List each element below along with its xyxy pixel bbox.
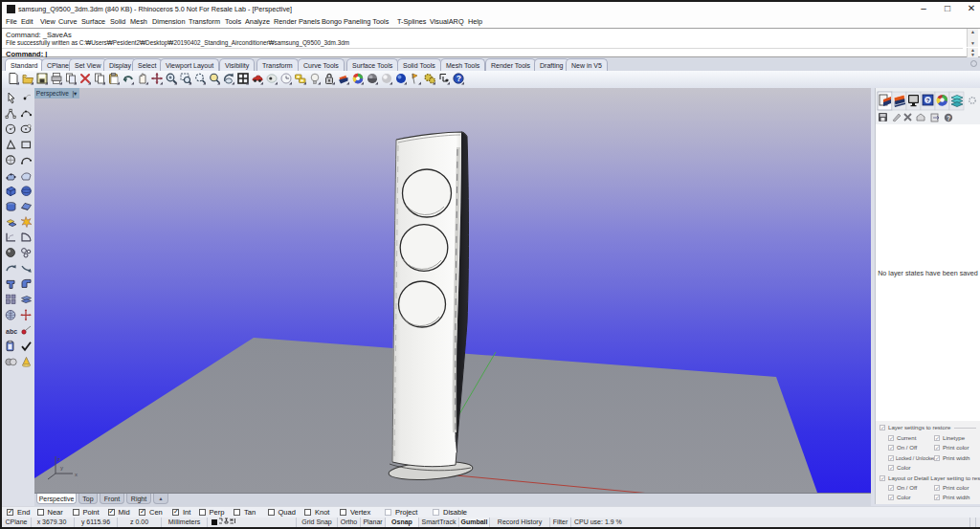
svg-text:?: ? (457, 74, 461, 83)
svg-text:?: ? (947, 115, 950, 121)
svg-text:?: ? (926, 98, 930, 103)
svg-text:abc: abc (6, 328, 17, 335)
svg-text:y: y (60, 465, 63, 471)
svg-text:z: z (57, 456, 60, 462)
svg-text:x: x (75, 472, 78, 477)
